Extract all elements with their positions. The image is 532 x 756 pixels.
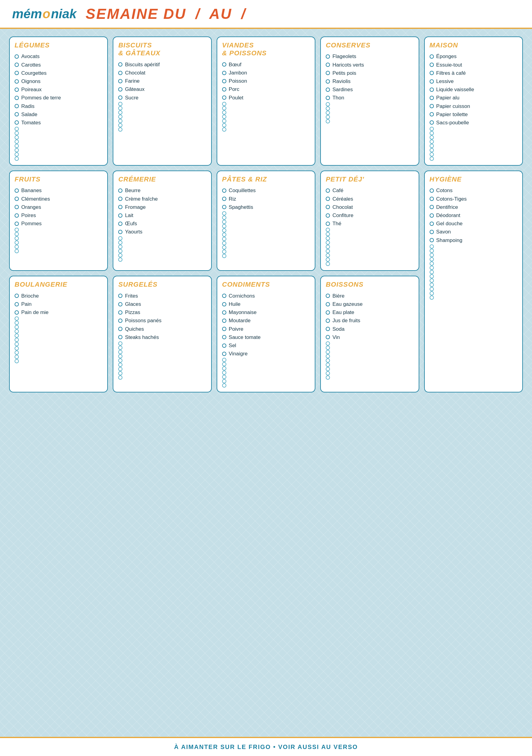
- checkbox[interactable]: [222, 245, 226, 250]
- checkbox[interactable]: [14, 127, 19, 131]
- checkbox[interactable]: [14, 63, 19, 67]
- checkbox[interactable]: [430, 79, 434, 84]
- checkbox[interactable]: [430, 88, 434, 92]
- checkbox[interactable]: [222, 379, 226, 383]
- checkbox[interactable]: [326, 367, 330, 371]
- checkbox[interactable]: [222, 115, 226, 119]
- checkbox[interactable]: [118, 115, 122, 119]
- checkbox[interactable]: [14, 329, 19, 334]
- checkbox[interactable]: [430, 104, 434, 108]
- checkbox[interactable]: [326, 205, 330, 209]
- checkbox[interactable]: [430, 257, 434, 261]
- checkbox[interactable]: [430, 279, 434, 283]
- checkbox[interactable]: [326, 188, 330, 193]
- checkbox[interactable]: [222, 127, 226, 132]
- checkbox[interactable]: [222, 319, 226, 323]
- checkbox[interactable]: [14, 88, 19, 92]
- checkbox[interactable]: [326, 358, 330, 363]
- checkbox[interactable]: [430, 152, 434, 156]
- checkbox[interactable]: [430, 112, 434, 117]
- checkbox[interactable]: [14, 338, 19, 342]
- checkbox[interactable]: [118, 335, 122, 339]
- checkbox[interactable]: [430, 244, 434, 249]
- checkbox[interactable]: [14, 205, 19, 209]
- checkbox[interactable]: [118, 358, 122, 363]
- checkbox[interactable]: [118, 240, 122, 245]
- checkbox[interactable]: [222, 95, 226, 100]
- checkbox[interactable]: [14, 156, 19, 161]
- checkbox[interactable]: [326, 102, 330, 106]
- checkbox[interactable]: [222, 310, 226, 315]
- checkbox[interactable]: [222, 232, 226, 237]
- checkbox[interactable]: [14, 355, 19, 359]
- checkbox[interactable]: [118, 371, 122, 375]
- checkbox[interactable]: [14, 240, 19, 245]
- checkbox[interactable]: [326, 350, 330, 354]
- checkbox[interactable]: [222, 343, 226, 348]
- checkbox[interactable]: [118, 213, 122, 218]
- checkbox[interactable]: [430, 156, 434, 161]
- checkbox[interactable]: [222, 358, 226, 362]
- checkbox[interactable]: [326, 119, 330, 123]
- checkbox[interactable]: [326, 346, 330, 350]
- checkbox[interactable]: [326, 79, 330, 84]
- checkbox[interactable]: [430, 121, 434, 125]
- checkbox[interactable]: [14, 148, 19, 152]
- checkbox[interactable]: [118, 188, 122, 193]
- checkbox[interactable]: [326, 240, 330, 245]
- checkbox[interactable]: [118, 106, 122, 110]
- checkbox[interactable]: [222, 362, 226, 366]
- checkbox[interactable]: [326, 354, 330, 358]
- checkbox[interactable]: [118, 87, 122, 92]
- checkbox[interactable]: [14, 232, 19, 236]
- checkbox[interactable]: [14, 249, 19, 253]
- checkbox[interactable]: [326, 71, 330, 75]
- checkbox[interactable]: [118, 294, 122, 298]
- checkbox[interactable]: [14, 197, 19, 201]
- checkbox[interactable]: [326, 54, 330, 59]
- checkbox[interactable]: [326, 257, 330, 262]
- checkbox[interactable]: [430, 238, 434, 242]
- checkbox[interactable]: [14, 236, 19, 240]
- checkbox[interactable]: [326, 341, 330, 346]
- checkbox[interactable]: [326, 228, 330, 232]
- checkbox[interactable]: [118, 257, 122, 262]
- checkbox[interactable]: [326, 335, 330, 339]
- checkbox[interactable]: [14, 140, 19, 144]
- checkbox[interactable]: [430, 63, 434, 67]
- checkbox[interactable]: [14, 96, 19, 100]
- checkbox[interactable]: [118, 375, 122, 380]
- checkbox[interactable]: [14, 342, 19, 346]
- checkbox[interactable]: [118, 245, 122, 249]
- checkbox[interactable]: [430, 274, 434, 279]
- checkbox[interactable]: [222, 110, 226, 115]
- checkbox[interactable]: [118, 363, 122, 367]
- checkbox[interactable]: [430, 261, 434, 266]
- checkbox[interactable]: [430, 131, 434, 135]
- checkbox[interactable]: [118, 119, 122, 123]
- checkbox[interactable]: [222, 119, 226, 123]
- checkbox[interactable]: [326, 236, 330, 240]
- checkbox[interactable]: [14, 346, 19, 350]
- checkbox[interactable]: [326, 319, 330, 323]
- checkbox[interactable]: [118, 253, 122, 257]
- checkbox[interactable]: [430, 54, 434, 59]
- checkbox[interactable]: [430, 291, 434, 295]
- checkbox[interactable]: [222, 87, 226, 92]
- checkbox[interactable]: [222, 71, 226, 75]
- checkbox[interactable]: [222, 383, 226, 388]
- checkbox[interactable]: [430, 283, 434, 287]
- checkbox[interactable]: [430, 205, 434, 209]
- checkbox[interactable]: [118, 123, 122, 127]
- checkbox[interactable]: [326, 375, 330, 380]
- checkbox[interactable]: [326, 115, 330, 119]
- checkbox[interactable]: [118, 341, 122, 346]
- checkbox[interactable]: [222, 302, 226, 307]
- checkbox[interactable]: [326, 294, 330, 298]
- checkbox[interactable]: [430, 253, 434, 257]
- checkbox[interactable]: [430, 135, 434, 140]
- checkbox[interactable]: [222, 205, 226, 209]
- checkbox[interactable]: [326, 249, 330, 253]
- checkbox[interactable]: [118, 95, 122, 100]
- checkbox[interactable]: [222, 237, 226, 241]
